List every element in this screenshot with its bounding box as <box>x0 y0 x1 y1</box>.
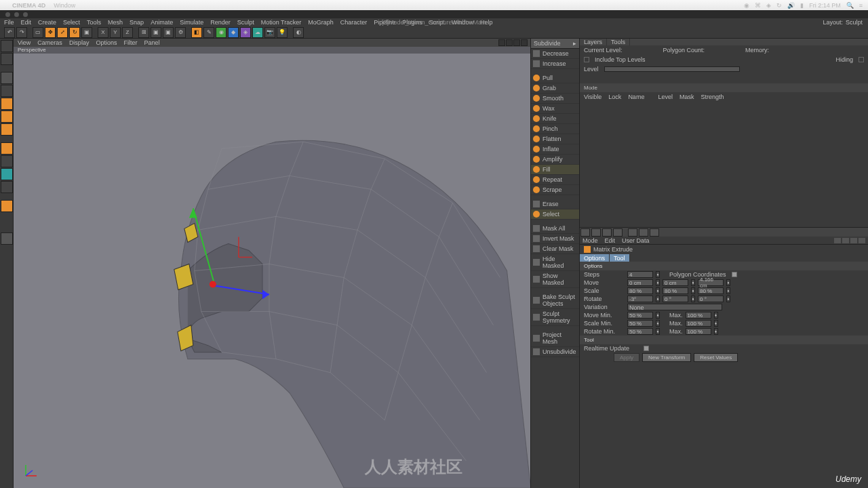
vp-pan-icon[interactable] <box>498 39 505 46</box>
invert-mask[interactable]: Invert Mask <box>531 234 579 244</box>
col-level[interactable]: Level <box>658 94 673 100</box>
brush-repeat[interactable]: Repeat <box>531 175 579 185</box>
vp-display[interactable]: Display <box>69 39 90 46</box>
undo-button[interactable]: ↶ <box>4 27 15 38</box>
close-dot[interactable] <box>5 12 10 17</box>
rotmax-field[interactable]: 100 % <box>686 328 711 335</box>
vp-rotate-icon[interactable] <box>513 39 520 46</box>
menu-render[interactable]: Render <box>210 19 231 26</box>
brush-wax[interactable]: Wax <box>531 104 579 114</box>
menu-sculpt[interactable]: Sculpt <box>237 19 254 26</box>
vp-panel[interactable]: Panel <box>144 39 159 46</box>
brush-knife[interactable]: Knife <box>531 114 579 124</box>
vp-zoom-icon[interactable] <box>506 39 513 46</box>
scale-z[interactable]: 80 % <box>698 287 724 294</box>
apply-button[interactable]: Apply <box>614 353 639 362</box>
attr-mode[interactable]: Mode <box>583 237 598 244</box>
scalemax-field[interactable]: 100 % <box>686 320 711 327</box>
rp-icon-7[interactable] <box>650 228 659 237</box>
workplane-icon[interactable] <box>1 181 13 193</box>
snap-icon[interactable] <box>1 168 13 180</box>
clock[interactable]: Fri 2:14 PM <box>809 2 841 9</box>
rotate-p[interactable]: 0 ° <box>663 296 688 302</box>
viewport-solo-icon[interactable] <box>1 155 13 167</box>
col-mask[interactable]: Mask <box>679 94 694 100</box>
attr-userdata[interactable]: User Data <box>622 237 650 244</box>
select-item[interactable]: Select <box>531 209 579 220</box>
edge-mode-icon[interactable] <box>1 110 13 123</box>
attr-func-icon[interactable] <box>859 238 865 243</box>
hiding-chk[interactable] <box>859 57 864 62</box>
cube-primitive[interactable]: ◧ <box>191 27 202 38</box>
menu-snap[interactable]: Snap <box>130 19 144 26</box>
attr-prev-icon[interactable] <box>834 238 841 243</box>
render-settings[interactable]: ⚙ <box>175 27 186 38</box>
model-mode-icon[interactable] <box>1 72 13 84</box>
viewport-3d[interactable]: www.rr-sc.com <box>14 54 530 488</box>
subtab-tool[interactable]: Tool <box>610 254 630 262</box>
subtab-options[interactable]: Options <box>580 254 610 262</box>
tab-tools[interactable]: Tools <box>607 39 630 45</box>
live-select-icon[interactable] <box>1 40 13 52</box>
rotate-b[interactable]: 0 ° <box>698 296 724 302</box>
reset-values-button[interactable]: Reset Values <box>694 353 738 362</box>
rp-icon-6[interactable] <box>639 228 648 237</box>
realtime-chk[interactable] <box>644 346 649 351</box>
axis-y[interactable]: Y <box>110 27 121 38</box>
col-lock[interactable]: Lock <box>608 94 621 100</box>
brush-scrape[interactable]: Scrape <box>531 185 579 195</box>
brush-inflate[interactable]: Inflate <box>531 144 579 155</box>
brush-fill[interactable]: Fill <box>531 165 579 175</box>
tab-layers[interactable]: Layers <box>580 39 607 45</box>
app-name[interactable]: CINEMA 4D <box>12 2 45 9</box>
unsubdivide[interactable]: Unsubdivide <box>531 347 579 357</box>
move-x[interactable]: 0 cm <box>627 279 653 286</box>
render-view[interactable]: ▣ <box>151 27 161 38</box>
axis-z[interactable]: Z <box>122 27 133 38</box>
point-mode-icon[interactable] <box>1 98 13 110</box>
dropbox-icon[interactable]: ◈ <box>766 2 771 9</box>
rp-icon-2[interactable] <box>591 228 601 237</box>
steps-spinner[interactable]: ♦ <box>656 271 660 278</box>
rp-icon-1[interactable] <box>580 228 590 237</box>
scale-y[interactable]: 80 % <box>663 287 688 294</box>
menu-mesh[interactable]: Mesh <box>108 19 123 26</box>
vp-options[interactable]: Options <box>96 39 117 46</box>
layout-selector[interactable]: Layout:Sculpt <box>823 19 863 26</box>
select-tool[interactable]: ▭ <box>33 27 43 38</box>
move-y[interactable]: 0 cm <box>663 279 688 286</box>
tweak-icon[interactable] <box>1 232 13 245</box>
attr-edit[interactable]: Edit <box>605 237 616 244</box>
bake-sculpt[interactable]: Bake Sculpt Objects <box>531 292 579 309</box>
move-tool[interactable]: ✥ <box>45 27 56 38</box>
clear-mask[interactable]: Clear Mask <box>531 244 579 254</box>
movemin-field[interactable]: 50 % <box>627 312 653 319</box>
menu-select[interactable]: Select <box>63 19 80 26</box>
bluetooth-icon[interactable]: ⌘ <box>755 2 761 9</box>
make-editable-icon[interactable] <box>1 53 13 65</box>
hide-masked[interactable]: Hide Masked <box>531 254 579 271</box>
scale-x[interactable]: 80 % <box>627 287 653 294</box>
nurbs-tool[interactable]: ◉ <box>216 27 226 38</box>
environment-tool[interactable]: ☁ <box>252 27 263 38</box>
project-mesh[interactable]: Project Mesh <box>531 330 579 347</box>
subdivide-header[interactable]: Subdivide▸ <box>531 39 579 49</box>
scale-tool[interactable]: ⤢ <box>57 27 68 38</box>
rp-icon-4[interactable] <box>613 228 623 237</box>
camera-tool[interactable]: 📷 <box>264 27 275 38</box>
pen-tool[interactable]: ✎ <box>203 27 214 38</box>
vp-filter[interactable]: Filter <box>123 39 137 46</box>
sync-icon[interactable]: ↻ <box>776 2 782 9</box>
deformer-tool[interactable]: ◈ <box>240 27 251 38</box>
max-dot[interactable] <box>23 12 28 17</box>
decrease-item[interactable]: Decrease <box>531 49 579 59</box>
col-visible[interactable]: Visible <box>584 94 601 100</box>
sculpt-symmetry[interactable]: Sculpt Symmetry <box>531 309 579 326</box>
brush-pull[interactable]: Pull <box>531 73 579 83</box>
include-top-chk[interactable] <box>584 57 589 62</box>
polycoord-chk[interactable] <box>732 272 737 277</box>
variation-select[interactable]: None <box>627 304 722 310</box>
redo-button[interactable]: ↷ <box>16 27 27 38</box>
rp-icon-3[interactable] <box>602 228 612 237</box>
rotate-h[interactable]: -3° <box>627 296 653 302</box>
